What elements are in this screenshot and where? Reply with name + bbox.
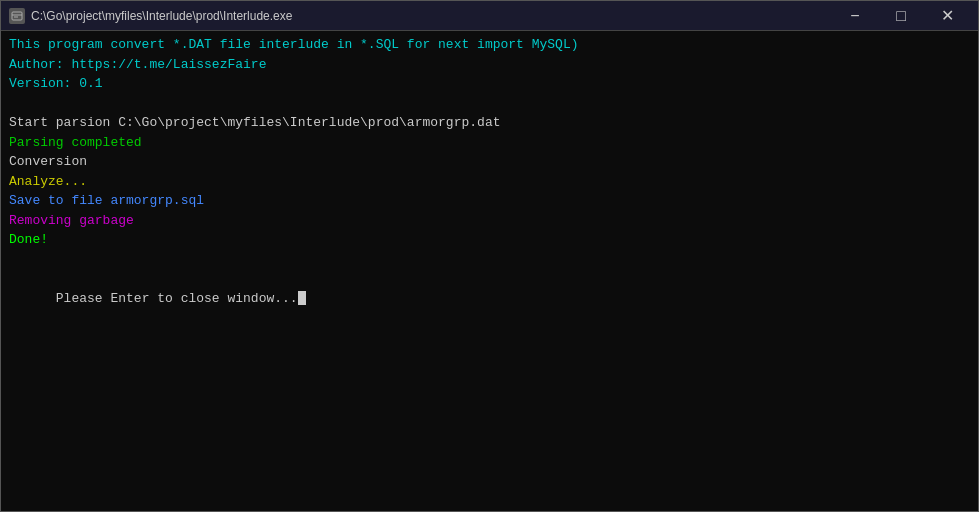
- svg-rect-0: [12, 12, 22, 20]
- output-line-8: Analyze...: [9, 172, 970, 192]
- output-line-7: Conversion: [9, 152, 970, 172]
- output-line-5: Start parsion C:\Go\project\myfiles\Inte…: [9, 113, 970, 133]
- titlebar-controls: − □ ✕: [832, 1, 970, 31]
- close-button[interactable]: ✕: [924, 1, 970, 31]
- app-icon: [9, 8, 25, 24]
- titlebar-left: C:\Go\project\myfiles\Interlude\prod\Int…: [9, 8, 292, 24]
- titlebar: C:\Go\project\myfiles\Interlude\prod\Int…: [1, 1, 978, 31]
- output-line-11: Done!: [9, 230, 970, 250]
- output-line-1: This program convert *.DAT file interlud…: [9, 35, 970, 55]
- output-line-3: Version: 0.1: [9, 74, 970, 94]
- output-line-12: [9, 250, 970, 270]
- output-line-4: [9, 94, 970, 114]
- output-line-2: Author: https://t.me/LaissezFaire: [9, 55, 970, 75]
- window-title: C:\Go\project\myfiles\Interlude\prod\Int…: [31, 9, 292, 23]
- window: C:\Go\project\myfiles\Interlude\prod\Int…: [0, 0, 979, 512]
- maximize-button[interactable]: □: [878, 1, 924, 31]
- cursor: [298, 291, 306, 305]
- output-line-9: Save to file armorgrp.sql: [9, 191, 970, 211]
- minimize-button[interactable]: −: [832, 1, 878, 31]
- output-line-6: Parsing completed: [9, 133, 970, 153]
- output-line-10: Removing garbage: [9, 211, 970, 231]
- console-output: This program convert *.DAT file interlud…: [1, 31, 978, 511]
- output-line-13: Please Enter to close window...: [9, 269, 970, 328]
